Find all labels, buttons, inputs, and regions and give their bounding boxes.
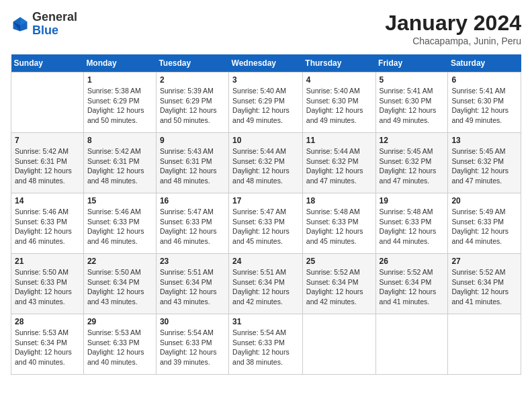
calendar-cell: 10Sunrise: 5:44 AM Sunset: 6:32 PM Dayli… [229, 133, 303, 193]
day-number: 22 [87, 257, 152, 266]
calendar-cell: 4Sunrise: 5:40 AM Sunset: 6:30 PM Daylig… [302, 73, 375, 133]
day-info: Sunrise: 5:49 AM Sunset: 6:33 PM Dayligh… [451, 207, 517, 246]
day-info: Sunrise: 5:46 AM Sunset: 6:33 PM Dayligh… [87, 207, 152, 246]
day-number: 29 [87, 317, 152, 326]
day-number: 9 [160, 136, 225, 145]
calendar-cell: 17Sunrise: 5:47 AM Sunset: 6:33 PM Dayli… [229, 193, 303, 254]
calendar-table: SundayMondayTuesdayWednesdayThursdayFrid… [11, 54, 521, 375]
day-info: Sunrise: 5:48 AM Sunset: 6:33 PM Dayligh… [380, 207, 445, 246]
day-info: Sunrise: 5:45 AM Sunset: 6:32 PM Dayligh… [380, 146, 445, 186]
calendar-cell: 13Sunrise: 5:45 AM Sunset: 6:32 PM Dayli… [448, 133, 521, 193]
calendar-cell: 1Sunrise: 5:38 AM Sunset: 6:29 PM Daylig… [83, 73, 156, 133]
day-info: Sunrise: 5:45 AM Sunset: 6:32 PM Dayligh… [451, 146, 517, 186]
calendar-week-row: 7Sunrise: 5:42 AM Sunset: 6:31 PM Daylig… [11, 133, 521, 193]
day-number: 21 [15, 257, 80, 266]
calendar-cell: 29Sunrise: 5:53 AM Sunset: 6:33 PM Dayli… [83, 314, 156, 375]
day-number: 28 [15, 317, 80, 326]
calendar-cell: 3Sunrise: 5:40 AM Sunset: 6:29 PM Daylig… [229, 73, 303, 133]
day-number: 25 [306, 257, 372, 266]
day-info: Sunrise: 5:48 AM Sunset: 6:33 PM Dayligh… [306, 207, 372, 246]
day-of-week-header: Wednesday [229, 54, 303, 73]
day-of-week-header: Tuesday [156, 54, 228, 73]
calendar-cell: 27Sunrise: 5:52 AM Sunset: 6:34 PM Dayli… [448, 254, 521, 314]
calendar-cell: 16Sunrise: 5:47 AM Sunset: 6:33 PM Dayli… [156, 193, 228, 254]
day-info: Sunrise: 5:44 AM Sunset: 6:32 PM Dayligh… [232, 146, 299, 186]
calendar-week-row: 28Sunrise: 5:53 AM Sunset: 6:34 PM Dayli… [11, 314, 521, 375]
day-info: Sunrise: 5:53 AM Sunset: 6:34 PM Dayligh… [15, 328, 80, 367]
day-of-week-header: Sunday [11, 54, 84, 73]
day-number: 6 [451, 75, 517, 85]
day-info: Sunrise: 5:50 AM Sunset: 6:33 PM Dayligh… [15, 267, 80, 307]
day-number: 5 [380, 75, 445, 85]
day-number: 1 [87, 75, 152, 85]
day-number: 31 [232, 317, 299, 326]
day-number: 3 [232, 75, 299, 85]
day-info: Sunrise: 5:52 AM Sunset: 6:34 PM Dayligh… [306, 267, 372, 307]
calendar-cell: 23Sunrise: 5:51 AM Sunset: 6:34 PM Dayli… [156, 254, 228, 314]
calendar-cell [302, 314, 375, 375]
calendar-cell: 11Sunrise: 5:44 AM Sunset: 6:32 PM Dayli… [302, 133, 375, 193]
month-year: January 2024 [385, 11, 521, 36]
day-info: Sunrise: 5:43 AM Sunset: 6:31 PM Dayligh… [160, 146, 225, 186]
day-number: 30 [160, 317, 225, 326]
day-info: Sunrise: 5:42 AM Sunset: 6:31 PM Dayligh… [15, 146, 80, 186]
day-info: Sunrise: 5:44 AM Sunset: 6:32 PM Dayligh… [306, 146, 372, 186]
day-info: Sunrise: 5:52 AM Sunset: 6:34 PM Dayligh… [451, 267, 517, 307]
calendar-cell: 28Sunrise: 5:53 AM Sunset: 6:34 PM Dayli… [11, 314, 84, 375]
calendar-cell: 2Sunrise: 5:39 AM Sunset: 6:29 PM Daylig… [156, 73, 228, 133]
day-info: Sunrise: 5:47 AM Sunset: 6:33 PM Dayligh… [232, 207, 299, 246]
day-info: Sunrise: 5:41 AM Sunset: 6:30 PM Dayligh… [451, 86, 517, 126]
calendar-cell [11, 73, 84, 133]
calendar-cell: 22Sunrise: 5:50 AM Sunset: 6:34 PM Dayli… [83, 254, 156, 314]
calendar-cell: 5Sunrise: 5:41 AM Sunset: 6:30 PM Daylig… [375, 73, 448, 133]
logo-blue: Blue [32, 24, 58, 37]
day-of-week-header: Saturday [448, 54, 521, 73]
day-number: 8 [87, 136, 152, 145]
day-info: Sunrise: 5:38 AM Sunset: 6:29 PM Dayligh… [87, 86, 152, 126]
day-number: 4 [306, 75, 372, 85]
day-number: 14 [15, 196, 80, 205]
logo-icon [11, 15, 30, 34]
day-number: 11 [306, 136, 372, 145]
day-number: 12 [380, 136, 445, 145]
calendar-cell: 18Sunrise: 5:48 AM Sunset: 6:33 PM Dayli… [302, 193, 375, 254]
calendar-cell: 19Sunrise: 5:48 AM Sunset: 6:33 PM Dayli… [375, 193, 448, 254]
calendar-cell [448, 314, 521, 375]
calendar-cell: 15Sunrise: 5:46 AM Sunset: 6:33 PM Dayli… [83, 193, 156, 254]
day-number: 18 [306, 196, 372, 205]
day-info: Sunrise: 5:46 AM Sunset: 6:33 PM Dayligh… [15, 207, 80, 246]
day-number: 23 [160, 257, 225, 266]
calendar-cell: 12Sunrise: 5:45 AM Sunset: 6:32 PM Dayli… [375, 133, 448, 193]
day-number: 24 [232, 257, 299, 266]
day-info: Sunrise: 5:51 AM Sunset: 6:34 PM Dayligh… [232, 267, 299, 307]
location: Chacapampa, Junin, Peru [385, 36, 521, 46]
calendar-cell: 31Sunrise: 5:54 AM Sunset: 6:33 PM Dayli… [229, 314, 303, 375]
calendar-cell: 21Sunrise: 5:50 AM Sunset: 6:33 PM Dayli… [11, 254, 84, 314]
day-info: Sunrise: 5:42 AM Sunset: 6:31 PM Dayligh… [87, 146, 152, 186]
calendar-cell: 24Sunrise: 5:51 AM Sunset: 6:34 PM Dayli… [229, 254, 303, 314]
logo-general: General [32, 10, 77, 24]
logo-text: General Blue [32, 11, 77, 38]
calendar-week-row: 14Sunrise: 5:46 AM Sunset: 6:33 PM Dayli… [11, 193, 521, 254]
day-info: Sunrise: 5:53 AM Sunset: 6:33 PM Dayligh… [87, 328, 152, 367]
day-info: Sunrise: 5:54 AM Sunset: 6:33 PM Dayligh… [232, 328, 299, 367]
calendar-cell: 6Sunrise: 5:41 AM Sunset: 6:30 PM Daylig… [448, 73, 521, 133]
calendar-week-row: 21Sunrise: 5:50 AM Sunset: 6:33 PM Dayli… [11, 254, 521, 314]
calendar-cell: 30Sunrise: 5:54 AM Sunset: 6:33 PM Dayli… [156, 314, 228, 375]
day-number: 17 [232, 196, 299, 205]
calendar-cell: 9Sunrise: 5:43 AM Sunset: 6:31 PM Daylig… [156, 133, 228, 193]
calendar-cell: 26Sunrise: 5:52 AM Sunset: 6:34 PM Dayli… [375, 254, 448, 314]
day-info: Sunrise: 5:39 AM Sunset: 6:29 PM Dayligh… [160, 86, 225, 126]
day-number: 27 [451, 257, 517, 266]
day-info: Sunrise: 5:54 AM Sunset: 6:33 PM Dayligh… [160, 328, 225, 367]
calendar-cell: 25Sunrise: 5:52 AM Sunset: 6:34 PM Dayli… [302, 254, 375, 314]
day-info: Sunrise: 5:40 AM Sunset: 6:30 PM Dayligh… [306, 86, 372, 126]
calendar-cell: 14Sunrise: 5:46 AM Sunset: 6:33 PM Dayli… [11, 193, 84, 254]
day-info: Sunrise: 5:50 AM Sunset: 6:34 PM Dayligh… [87, 267, 152, 307]
day-number: 10 [232, 136, 299, 145]
day-number: 7 [15, 136, 80, 145]
calendar-cell: 7Sunrise: 5:42 AM Sunset: 6:31 PM Daylig… [11, 133, 84, 193]
calendar-cell: 8Sunrise: 5:42 AM Sunset: 6:31 PM Daylig… [83, 133, 156, 193]
day-info: Sunrise: 5:47 AM Sunset: 6:33 PM Dayligh… [160, 207, 225, 246]
day-number: 19 [380, 196, 445, 205]
